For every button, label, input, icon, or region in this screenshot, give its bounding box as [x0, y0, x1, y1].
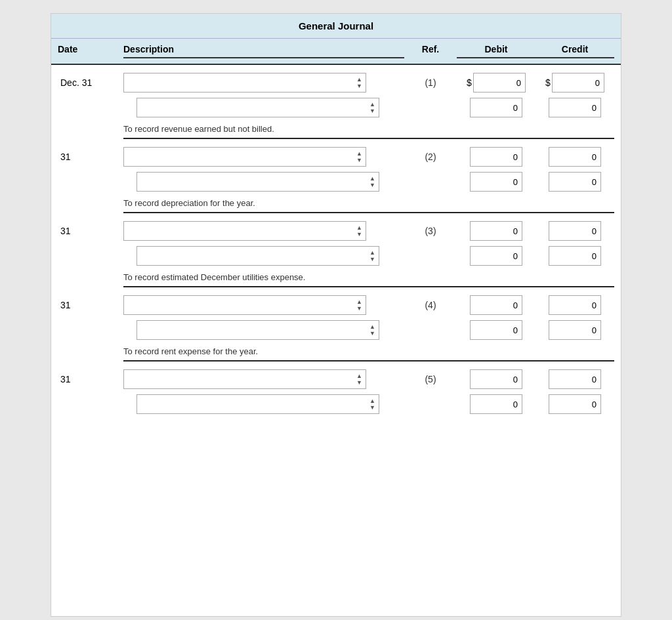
date-day-2: 31 [60, 152, 71, 162]
date-month-1: Dec. [60, 77, 79, 88]
entry-row-credit-3: ▲▼ [58, 246, 614, 266]
entry-row-debit-4: 31▲▼(4) [58, 295, 614, 315]
entry-note-3: To record estimated December utilities e… [123, 271, 614, 287]
debit-input-row2-1[interactable] [470, 98, 522, 117]
debit-amount-cell2-5 [457, 394, 536, 414]
desc-select-credit-4[interactable] [136, 320, 379, 340]
entry-group-5: 31▲▼(5)▲▼ [58, 369, 614, 414]
header-description: Description [123, 44, 404, 58]
journal-header: Date Description Ref. Debit Credit [51, 39, 621, 65]
entry-row-credit-2: ▲▼ [58, 172, 614, 192]
entry-group-1: Dec. 31▲▼(1)$$▲▼To record revenue earned… [58, 73, 614, 139]
entry-row-debit-1: Dec. 31▲▼(1)$$ [58, 73, 614, 93]
desc-cell-credit-5: ▲▼ [136, 394, 404, 414]
desc-select-debit-1[interactable] [123, 73, 366, 93]
debit-input-row1-1[interactable] [473, 73, 526, 93]
date-day-3: 31 [60, 226, 71, 236]
date-day-1: 31 [82, 77, 93, 88]
desc-select-credit-1[interactable] [136, 98, 379, 117]
credit-amount-cell-2 [536, 147, 614, 167]
ref-cell-3: (3) [404, 226, 457, 236]
debit-amount-cell-3 [457, 221, 536, 241]
entry-row-debit-2: 31▲▼(2) [58, 147, 614, 167]
credit-input-row1-1[interactable] [552, 73, 604, 93]
desc-select-debit-3[interactable] [123, 221, 366, 241]
credit-input-row1-5[interactable] [549, 369, 601, 389]
debit-dollar-sign-1: $ [467, 77, 472, 88]
desc-select-debit-2[interactable] [123, 147, 366, 167]
date-cell-5: 31 [58, 374, 123, 384]
select-wrapper-credit-3: ▲▼ [136, 246, 379, 266]
header-date: Date [58, 44, 123, 58]
date-cell-1: Dec. 31 [58, 77, 123, 88]
entry-row-credit-4: ▲▼ [58, 320, 614, 340]
credit-input-row1-4[interactable] [549, 295, 601, 315]
credit-amount-cell2-4 [536, 320, 614, 340]
entry-group-2: 31▲▼(2)▲▼To record depreciation for the … [58, 147, 614, 213]
debit-amount-cell-4 [457, 295, 536, 315]
debit-amount-cell2-1 [457, 98, 536, 117]
desc-select-debit-5[interactable] [123, 369, 366, 389]
header-debit: Debit [457, 44, 536, 58]
desc-cell-debit-4: ▲▼ [123, 295, 404, 315]
debit-amount-cell2-4 [457, 320, 536, 340]
credit-amount-cell-1: $ [536, 73, 614, 93]
entry-group-3: 31▲▼(3)▲▼To record estimated December ut… [58, 221, 614, 287]
entry-row-debit-3: 31▲▼(3) [58, 221, 614, 241]
date-day-4: 31 [60, 300, 71, 310]
ref-cell-2: (2) [404, 152, 457, 162]
select-wrapper-debit-3: ▲▼ [123, 221, 366, 241]
credit-input-row2-1[interactable] [549, 98, 601, 117]
ref-cell-1: (1) [404, 77, 457, 88]
select-wrapper-credit-5: ▲▼ [136, 394, 379, 414]
entry-note-2: To record depreciation for the year. [123, 197, 614, 213]
desc-select-debit-4[interactable] [123, 295, 366, 315]
debit-input-row2-2[interactable] [470, 172, 522, 192]
desc-select-credit-5[interactable] [136, 394, 379, 414]
debit-input-row2-5[interactable] [470, 394, 522, 414]
desc-cell-debit-2: ▲▼ [123, 147, 404, 167]
date-cell-3: 31 [58, 226, 123, 236]
credit-input-row2-5[interactable] [549, 394, 601, 414]
entry-row-credit-1: ▲▼ [58, 98, 614, 117]
credit-input-row2-4[interactable] [549, 320, 601, 340]
debit-input-row2-4[interactable] [470, 320, 522, 340]
credit-input-row2-3[interactable] [549, 246, 601, 266]
desc-cell-credit-2: ▲▼ [136, 172, 404, 192]
debit-amount-cell2-2 [457, 172, 536, 192]
credit-amount-cell2-2 [536, 172, 614, 192]
debit-amount-cell2-3 [457, 246, 536, 266]
debit-input-row1-5[interactable] [470, 369, 522, 389]
credit-amount-cell-4 [536, 295, 614, 315]
journal-title: General Journal [51, 14, 621, 39]
credit-input-row2-2[interactable] [549, 172, 601, 192]
desc-cell-credit-3: ▲▼ [136, 246, 404, 266]
desc-cell-credit-4: ▲▼ [136, 320, 404, 340]
credit-input-row1-3[interactable] [549, 221, 601, 241]
entry-group-4: 31▲▼(4)▲▼To record rent expense for the … [58, 295, 614, 362]
debit-input-row1-3[interactable] [470, 221, 522, 241]
ref-cell-5: (5) [404, 374, 457, 384]
ref-cell-4: (4) [404, 300, 457, 310]
credit-input-row1-2[interactable] [549, 147, 601, 167]
select-wrapper-credit-1: ▲▼ [136, 98, 379, 117]
debit-input-row1-2[interactable] [470, 147, 522, 167]
debit-amount-cell-1: $ [457, 73, 536, 93]
desc-cell-debit-3: ▲▼ [123, 221, 404, 241]
header-credit: Credit [536, 44, 614, 58]
desc-select-credit-2[interactable] [136, 172, 379, 192]
credit-amount-cell2-3 [536, 246, 614, 266]
credit-amount-cell-5 [536, 369, 614, 389]
select-wrapper-credit-4: ▲▼ [136, 320, 379, 340]
debit-input-row1-4[interactable] [470, 295, 522, 315]
journal-body: Dec. 31▲▼(1)$$▲▼To record revenue earned… [51, 73, 621, 414]
journal-container: General Journal Date Description Ref. De… [51, 13, 621, 617]
header-ref: Ref. [404, 44, 457, 58]
select-wrapper-debit-1: ▲▼ [123, 73, 366, 93]
credit-amount-cell2-1 [536, 98, 614, 117]
select-wrapper-debit-5: ▲▼ [123, 369, 366, 389]
desc-select-credit-3[interactable] [136, 246, 379, 266]
entry-note-4: To record rent expense for the year. [123, 345, 614, 362]
entry-row-debit-5: 31▲▼(5) [58, 369, 614, 389]
debit-input-row2-3[interactable] [470, 246, 522, 266]
